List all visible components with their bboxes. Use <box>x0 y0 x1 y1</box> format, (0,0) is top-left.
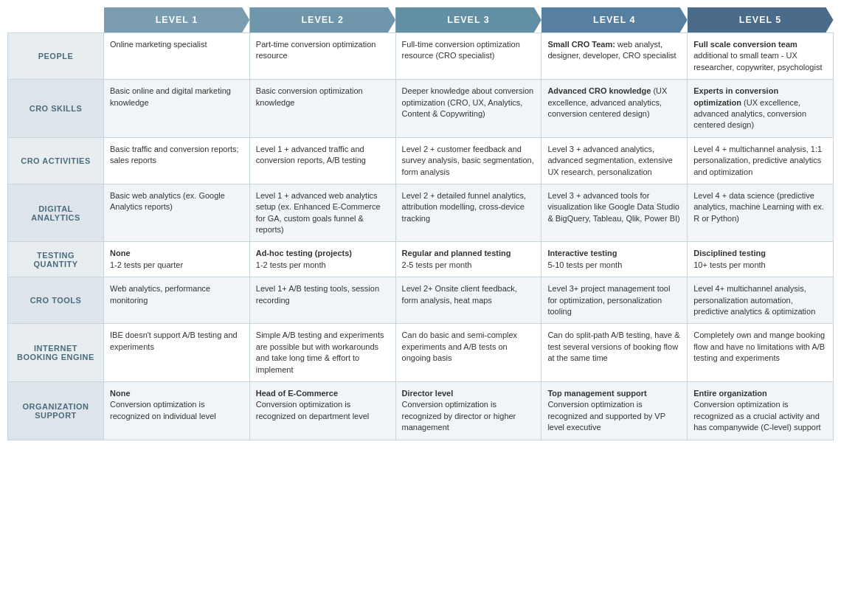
cell-r0-c0: Online marketing specialist <box>104 33 250 80</box>
level4-label: LEVEL 4 <box>541 7 688 32</box>
row-header-0: PEOPLE <box>8 33 104 80</box>
table-row: PEOPLEOnline marketing specialistPart-ti… <box>8 33 834 80</box>
cell-r5-c2: Level 2+ Onsite client feedback, form an… <box>395 277 541 324</box>
cell-r6-c0: IBE doesn't support A/B testing and expe… <box>104 324 250 382</box>
row-header-5: CRO TOOLS <box>8 277 104 324</box>
level2-header: LEVEL 2 <box>249 7 395 33</box>
cell-r3-c3: Level 3 + advanced tools for visualizati… <box>541 184 688 242</box>
table-row: CRO SKILLSBasic online and digital marke… <box>8 80 834 138</box>
cell-r2-c3: Level 3 + advanced analytics, advanced s… <box>541 137 688 184</box>
cell-r2-c0: Basic traffic and conversion reports; sa… <box>104 137 250 184</box>
cell-r6-c4: Completely own and mange booking flow an… <box>688 324 834 382</box>
cell-r0-c1: Part-time conversion optimization resour… <box>249 33 395 80</box>
cell-r1-c2: Deeper knowledge about conversion optimi… <box>395 80 541 138</box>
level5-header: LEVEL 5 <box>688 7 834 33</box>
cell-r5-c4: Level 4+ multichannel analysis, personal… <box>688 277 834 324</box>
cell-r2-c1: Level 1 + advanced traffic and conversio… <box>249 137 395 184</box>
cell-r3-c1: Level 1 + advanced web analytics setup (… <box>249 184 395 242</box>
cell-r4-c3: Interactive testing5-10 tests per month <box>541 242 688 277</box>
cell-r4-c2: Regular and planned testing2-5 tests per… <box>395 242 541 277</box>
table-row: DIGITALANALYTICSBasic web analytics (ex.… <box>8 184 834 242</box>
row-header-2: CRO ACTIVITIES <box>8 137 104 184</box>
cell-r7-c4: Entire organizationConversion optimizati… <box>688 381 834 440</box>
level3-label: LEVEL 3 <box>395 7 541 32</box>
cell-r6-c2: Can do basic and semi-complex experiment… <box>395 324 541 382</box>
cell-r7-c0: NoneConversion optimization is recognize… <box>104 381 250 440</box>
cell-r1-c4: Experts in conversion optimization (UX e… <box>688 80 834 138</box>
cell-r1-c0: Basic online and digital marketing knowl… <box>104 80 250 138</box>
table-row: CRO ACTIVITIESBasic traffic and conversi… <box>8 137 834 184</box>
level3-header: LEVEL 3 <box>395 7 541 33</box>
main-container: LEVEL 1 LEVEL 2 LEVEL 3 LEVEL 4 LEVEL 5 … <box>0 0 841 448</box>
cell-r0-c2: Full-time conversion optimization resour… <box>395 33 541 80</box>
level1-header: LEVEL 1 <box>104 7 250 33</box>
row-header-1: CRO SKILLS <box>8 80 104 138</box>
cell-r3-c4: Level 4 + data science (predictive analy… <box>688 184 834 242</box>
table-row: ORGANIZATIONSUPPORTNoneConversion optimi… <box>8 381 834 440</box>
table-row: INTERNETBOOKING ENGINEIBE doesn't suppor… <box>8 324 834 382</box>
cell-r1-c1: Basic conversion optimization knowledge <box>249 80 395 138</box>
level5-label: LEVEL 5 <box>688 7 834 32</box>
row-header-3: DIGITALANALYTICS <box>8 184 104 242</box>
cell-r5-c0: Web analytics, performance monitoring <box>104 277 250 324</box>
cell-r4-c0: None1-2 tests per quarter <box>104 242 250 277</box>
cell-r4-c1: Ad-hoc testing (projects)1-2 tests per m… <box>249 242 395 277</box>
cell-r7-c2: Director levelConversion optimization is… <box>395 381 541 440</box>
cell-r5-c1: Level 1+ A/B testing tools, session reco… <box>249 277 395 324</box>
cell-r0-c4: Full scale conversion team additional to… <box>688 33 834 80</box>
row-header-7: ORGANIZATIONSUPPORT <box>8 381 104 440</box>
level1-label: LEVEL 1 <box>104 7 250 32</box>
cell-r7-c3: Top management supportConversion optimiz… <box>541 381 688 440</box>
cell-r0-c3: Small CRO Team: web analyst, designer, d… <box>541 33 688 80</box>
cell-r4-c4: Disciplined testing10+ tests per month <box>688 242 834 277</box>
cell-r2-c2: Level 2 + customer feedback and survey a… <box>395 137 541 184</box>
table-row: CRO TOOLSWeb analytics, performance moni… <box>8 277 834 324</box>
cell-r6-c1: Simple A/B testing and experiments are p… <box>249 324 395 382</box>
cell-r6-c3: Can do split-path A/B testing, have & te… <box>541 324 688 382</box>
corner-header <box>8 7 104 33</box>
level2-label: LEVEL 2 <box>249 7 395 32</box>
level4-header: LEVEL 4 <box>541 7 688 33</box>
cell-r1-c3: Advanced CRO knowledge (UX excellence, a… <box>541 80 688 138</box>
cell-r7-c1: Head of E-CommerceConversion optimizatio… <box>249 381 395 440</box>
table-row: TESTINGQUANTITYNone1-2 tests per quarter… <box>8 242 834 277</box>
row-header-6: INTERNETBOOKING ENGINE <box>8 324 104 382</box>
cell-r3-c2: Level 2 + detailed funnel analytics, att… <box>395 184 541 242</box>
cell-r5-c3: Level 3+ project management tool for opt… <box>541 277 688 324</box>
cell-r2-c4: Level 4 + multichannel analysis, 1:1 per… <box>688 137 834 184</box>
cell-r3-c0: Basic web analytics (ex. Google Analytic… <box>104 184 250 242</box>
row-header-4: TESTINGQUANTITY <box>8 242 104 277</box>
